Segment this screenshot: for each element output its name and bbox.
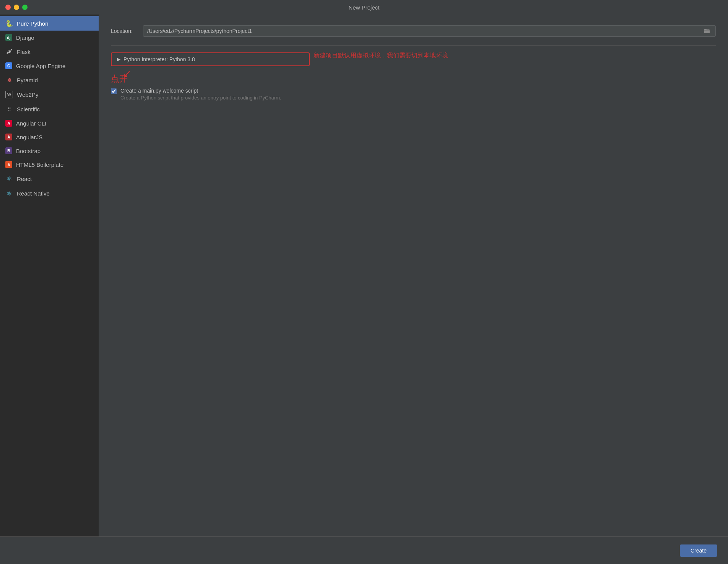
sidebar-label-angular-cli: Angular CLI (16, 120, 46, 127)
sidebar-item-pyramid[interactable]: ❄ Pyramid (0, 73, 99, 87)
checkbox-wrap (111, 88, 117, 96)
sidebar-item-angular-cli[interactable]: A Angular CLI (0, 116, 99, 130)
gae-icon: G (5, 62, 12, 69)
sidebar-label-pure-python: Pure Python (17, 20, 49, 27)
location-input-wrap (143, 25, 716, 37)
sidebar-label-angularjs: AngularJS (16, 134, 42, 140)
sidebar-label-flask: Flask (17, 49, 31, 55)
svg-rect-1 (704, 29, 707, 30)
react-icon: ⚛ (5, 175, 13, 183)
pyramid-icon: ❄ (5, 76, 13, 84)
sidebar-item-bootstrap[interactable]: B Bootstrap (0, 144, 99, 158)
close-button[interactable] (5, 5, 11, 10)
django-icon: dj (5, 34, 12, 41)
sidebar-item-flask[interactable]: 🌶 Flask (0, 44, 99, 59)
create-main-py-checkbox[interactable] (111, 88, 117, 94)
location-input[interactable] (147, 28, 702, 34)
toggle-arrow-icon: ▶ (117, 57, 120, 62)
annotation-text: 新建项目默认用虚拟环境，我们需要切到本地环境 (314, 52, 448, 60)
window-title: New Project (349, 4, 380, 11)
flask-icon: 🌶 (5, 48, 13, 55)
sidebar-item-django[interactable]: dj Django (0, 31, 99, 44)
sidebar-label-gae: Google App Engine (16, 63, 65, 69)
sidebar: 🐍 Pure Python dj Django 🌶 Flask G Google… (0, 15, 99, 536)
sidebar-item-pure-python[interactable]: 🐍 Pure Python (0, 16, 99, 31)
sidebar-label-bootstrap: Bootstrap (16, 148, 41, 154)
location-label: Location: (111, 28, 138, 34)
divider (111, 45, 716, 46)
interpreter-section: ▶ Python Interpreter: Python 3.8 ↙ 新建项目默… (111, 52, 716, 66)
pure-python-icon: 🐍 (5, 20, 13, 27)
html5-icon: 5 (5, 161, 12, 168)
annotation-diankai: 点开 (111, 73, 716, 85)
sidebar-item-html5-boilerplate[interactable]: 5 HTML5 Boilerplate (0, 158, 99, 171)
checkbox-sub-label: Create a Python script that provides an … (120, 95, 281, 101)
checkbox-content: Create a main.py welcome script Create a… (120, 88, 281, 101)
annotation-arrow: ↙ (122, 68, 131, 79)
sidebar-item-scientific[interactable]: ⠿ Scientific (0, 102, 99, 116)
interpreter-label: Python Interpreter: Python 3.8 (123, 56, 195, 62)
react-native-icon: ⚛ (5, 189, 13, 197)
angular-cli-icon: A (5, 120, 12, 127)
web2py-icon: W (5, 91, 13, 98)
title-bar: New Project (0, 0, 728, 15)
sidebar-label-django: Django (16, 34, 34, 41)
bootstrap-icon: B (5, 147, 12, 154)
main-content: 🐍 Pure Python dj Django 🌶 Flask G Google… (0, 15, 728, 536)
sidebar-label-react-native: React Native (17, 190, 50, 197)
traffic-lights (5, 5, 28, 10)
browse-folder-button[interactable] (702, 26, 712, 36)
sidebar-item-react[interactable]: ⚛ React (0, 171, 99, 186)
sidebar-label-html5: HTML5 Boilerplate (16, 161, 63, 168)
sidebar-label-pyramid: Pyramid (17, 77, 38, 83)
maximize-button[interactable] (22, 5, 28, 10)
folder-icon (704, 28, 710, 34)
checkbox-row: Create a main.py welcome script Create a… (111, 88, 716, 101)
sidebar-label-react: React (17, 176, 32, 182)
bottom-bar: Create (0, 536, 728, 564)
scientific-icon: ⠿ (5, 105, 13, 113)
minimize-button[interactable] (14, 5, 19, 10)
right-panel: Location: ▶ Python Interpreter: Python 3… (99, 15, 728, 536)
sidebar-item-angularjs[interactable]: A AngularJS (0, 130, 99, 144)
sidebar-label-web2py: Web2Py (17, 91, 38, 98)
sidebar-item-web2py[interactable]: W Web2Py (0, 87, 99, 102)
interpreter-toggle[interactable]: ▶ Python Interpreter: Python 3.8 (111, 52, 310, 66)
sidebar-label-scientific: Scientific (17, 106, 40, 112)
sidebar-item-google-app-engine[interactable]: G Google App Engine (0, 59, 99, 73)
create-button[interactable]: Create (680, 544, 717, 557)
angularjs-icon: A (5, 134, 12, 140)
checkbox-main-label: Create a main.py welcome script (120, 88, 281, 94)
sidebar-item-react-native[interactable]: ⚛ React Native (0, 186, 99, 200)
location-row: Location: (111, 25, 716, 37)
